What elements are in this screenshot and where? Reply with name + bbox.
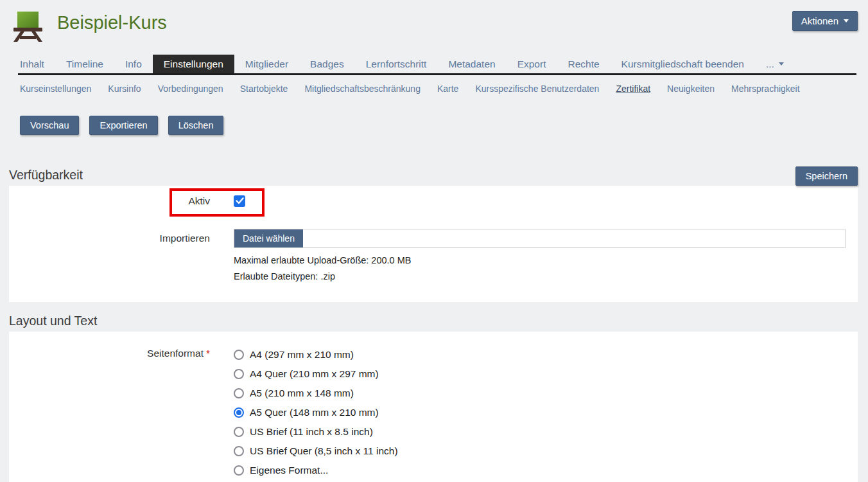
subtab-karte[interactable]: Karte: [429, 84, 467, 94]
tab-info-label: Info: [125, 58, 142, 70]
radio-a5[interactable]: A5 (210 mm x 148 mm): [234, 384, 846, 403]
course-easel-icon: [13, 10, 43, 42]
radio-a5-label: A5 (210 mm x 148 mm): [250, 388, 354, 399]
max-upload-hint: Maximal erlaubte Upload-Größe: 200.0 MB: [234, 253, 846, 269]
radio-icon: [234, 388, 244, 398]
tab-more-label: ...: [766, 58, 774, 70]
file-types-hint: Erlaubte Dateitypen: .zip: [234, 269, 846, 285]
vorschau-button[interactable]: Vorschau: [20, 116, 79, 135]
page-title: Beispiel-Kurs: [57, 12, 167, 34]
radio-icon: [234, 446, 244, 456]
tab-export-label: Export: [517, 58, 546, 70]
radio-a5-quer-label: A5 Quer (148 mm x 210 mm): [250, 407, 379, 418]
tab-metadaten[interactable]: Metadaten: [437, 55, 506, 73]
tab-inhalt[interactable]: Inhalt: [18, 55, 55, 73]
seitenformat-label: Seitenformat*: [9, 345, 210, 359]
tab-badges[interactable]: Badges: [299, 55, 355, 73]
subtab-startobjekte[interactable]: Startobjekte: [232, 84, 297, 94]
aktiv-label: Aktiv: [9, 195, 210, 207]
tab-rechte[interactable]: Rechte: [557, 55, 610, 73]
tab-metadaten-label: Metadaten: [448, 58, 495, 70]
radio-a4-label: A4 (297 mm x 210 mm): [250, 349, 354, 361]
radio-dot: [236, 410, 241, 415]
speichern-button[interactable]: Speichern: [795, 166, 858, 186]
radio-icon: [234, 465, 244, 476]
main-tab-bar: InhaltTimelineInfoEinstellungenMitgliede…: [18, 55, 856, 75]
radio-icon: [234, 350, 244, 360]
tab-mitglieder[interactable]: Mitglieder: [234, 55, 299, 73]
availability-title: Verfügbarkeit: [9, 168, 83, 186]
radio-icon: [234, 427, 244, 437]
form-row-aktiv: Aktiv: [9, 186, 858, 217]
subtab-neuigkeiten[interactable]: Neuigkeiten: [659, 84, 723, 94]
file-name-field[interactable]: [303, 229, 845, 247]
form-row-importieren: Importieren Datei wählen Maximal erlaubt…: [9, 229, 858, 285]
certificate-toolbar: VorschauExportierenLöschen: [20, 116, 856, 135]
tab-badges-label: Badges: [310, 58, 344, 70]
radio-us-brief-quer[interactable]: US Brief Quer (8,5 inch x 11 inch): [234, 442, 846, 461]
tab-lernfortschritt-label: Lernfortschritt: [366, 58, 427, 70]
subtab-mitgliedschaftsbeschraenkung[interactable]: Mitgliedschaftsbeschränkung: [296, 84, 429, 94]
checkmark-icon: [236, 197, 244, 204]
tab-kursmitgliedschaft-beenden-label: Kursmitgliedschaft beenden: [621, 58, 744, 70]
datei-waehlen-button[interactable]: Datei wählen: [234, 229, 303, 247]
radio-us-brief-quer-label: US Brief Quer (8,5 inch x 11 inch): [250, 445, 398, 457]
radio-a4-quer[interactable]: A4 Quer (210 mm x 297 mm): [234, 364, 846, 384]
availability-section-header: Verfügbarkeit Speichern: [9, 166, 858, 186]
importieren-label: Importieren: [9, 229, 210, 244]
caret-down-icon: [779, 62, 784, 66]
tab-rechte-label: Rechte: [568, 58, 599, 70]
tab-einstellungen[interactable]: Einstellungen: [153, 55, 234, 73]
subtab-kurseinstellungen[interactable]: Kurseinstellungen: [20, 84, 100, 94]
required-asterisk: *: [206, 348, 210, 359]
radio-eigenes-format[interactable]: Eigenes Format...: [234, 461, 846, 480]
subtab-mehrsprachigkeit[interactable]: Mehrsprachigkeit: [723, 84, 808, 94]
aktionen-button-label: Aktionen: [801, 15, 838, 26]
aktiv-checkbox[interactable]: [234, 195, 245, 207]
availability-panel: Aktiv Importieren Datei wählen Maximal e…: [9, 186, 858, 302]
radio-a5-quer[interactable]: A5 Quer (148 mm x 210 mm): [234, 403, 846, 422]
tab-more[interactable]: ...: [755, 55, 795, 73]
layout-title: Layout und Text: [9, 314, 97, 332]
radio-us-brief-label: US Brief (11 inch x 8.5 inch): [250, 426, 373, 438]
tab-timeline-label: Timeline: [66, 58, 103, 70]
subtab-vorbedingungen[interactable]: Vorbedingungen: [150, 84, 232, 94]
loeschen-button[interactable]: Löschen: [168, 116, 224, 135]
subtab-zertifikat[interactable]: Zertifikat: [607, 84, 659, 94]
file-upload-input[interactable]: Datei wählen: [234, 229, 846, 248]
layout-panel: Seitenformat* A4 (297 mm x 210 mm)A4 Que…: [9, 332, 858, 482]
tab-mitglieder-label: Mitglieder: [245, 58, 288, 70]
tab-inhalt-label: Inhalt: [20, 58, 44, 70]
aktionen-button[interactable]: Aktionen: [792, 11, 858, 31]
page-header: Beispiel-Kurs Aktionen: [0, 0, 868, 55]
radio-eigenes-format-label: Eigenes Format...: [250, 465, 328, 476]
tab-lernfortschritt[interactable]: Lernfortschritt: [355, 55, 438, 73]
tab-info[interactable]: Info: [114, 55, 153, 73]
tab-kursmitgliedschaft-beenden[interactable]: Kursmitgliedschaft beenden: [611, 55, 755, 73]
radio-a4[interactable]: A4 (297 mm x 210 mm): [234, 345, 846, 364]
tab-export[interactable]: Export: [507, 55, 557, 73]
exportieren-button[interactable]: Exportieren: [89, 116, 157, 135]
radio-a4-quer-label: A4 Quer (210 mm x 297 mm): [250, 368, 379, 380]
settings-subtab-bar: KurseinstellungenKursinfoVorbedingungenS…: [20, 81, 856, 96]
tab-timeline[interactable]: Timeline: [55, 55, 114, 73]
subtab-kursinfo[interactable]: Kursinfo: [100, 84, 149, 94]
radio-us-brief[interactable]: US Brief (11 inch x 8.5 inch): [234, 422, 846, 442]
caret-down-icon: [844, 19, 849, 22]
form-row-seitenformat: Seitenformat* A4 (297 mm x 210 mm)A4 Que…: [9, 345, 858, 480]
radio-icon: [234, 369, 244, 379]
subtab-kursspezifische-benutzerdaten[interactable]: Kursspezifische Benutzerdaten: [467, 84, 607, 94]
tab-einstellungen-label: Einstellungen: [164, 58, 223, 70]
layout-section-header: Layout und Text: [9, 314, 858, 332]
radio-icon: [234, 407, 244, 418]
